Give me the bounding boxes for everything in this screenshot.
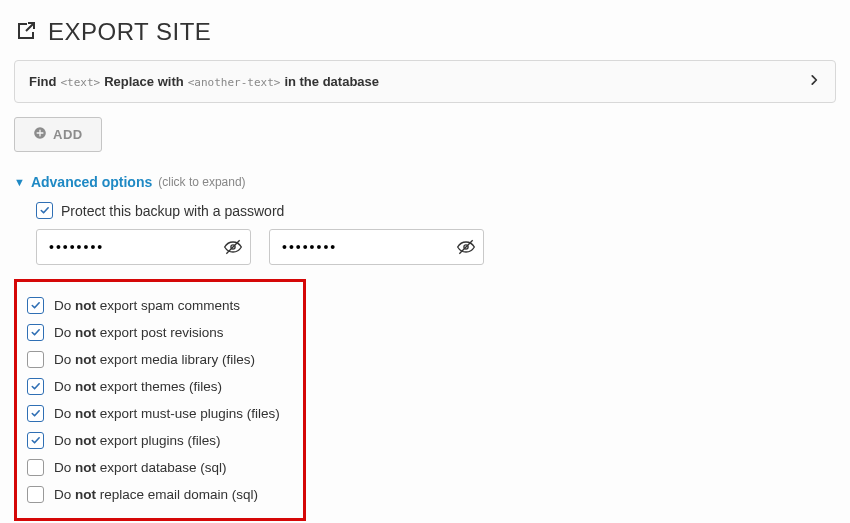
password-input-1[interactable] (36, 229, 251, 265)
export-option-row: Do not export must-use plugins (files) (27, 400, 289, 427)
export-option-checkbox[interactable] (27, 459, 44, 476)
export-option-label: Do not export media library (files) (54, 352, 255, 367)
advanced-options-toggle[interactable]: ▼ Advanced options (click to expand) (14, 174, 836, 190)
export-option-label: Do not export must-use plugins (files) (54, 406, 280, 421)
advanced-options-hint: (click to expand) (158, 175, 245, 189)
export-options-list: Do not export spam commentsDo not export… (14, 279, 306, 521)
find-replace-label: Find <text> Replace with <another-text> … (29, 74, 379, 89)
export-option-checkbox[interactable] (27, 351, 44, 368)
find-tag: <text> (60, 76, 100, 89)
export-option-label: Do not export plugins (files) (54, 433, 221, 448)
caret-down-icon: ▼ (14, 176, 25, 188)
password-field-1 (36, 229, 251, 265)
export-option-checkbox[interactable] (27, 297, 44, 314)
export-option-checkbox[interactable] (27, 405, 44, 422)
export-option-row: Do not export themes (files) (27, 373, 289, 400)
export-option-row: Do not export plugins (files) (27, 427, 289, 454)
find-word: Find (29, 74, 56, 89)
password-row (36, 229, 836, 265)
export-option-checkbox[interactable] (27, 432, 44, 449)
page-title-text: EXPORT SITE (48, 18, 211, 46)
eye-off-icon[interactable] (223, 237, 243, 257)
advanced-options-title: Advanced options (31, 174, 152, 190)
export-option-checkbox[interactable] (27, 486, 44, 503)
export-option-row: Do not export database (sql) (27, 454, 289, 481)
export-option-row: Do not export spam comments (27, 292, 289, 319)
find-replace-suffix: in the database (284, 74, 379, 89)
add-button[interactable]: ADD (14, 117, 102, 152)
add-button-label: ADD (53, 127, 83, 142)
export-option-label: Do not replace email domain (sql) (54, 487, 258, 502)
plus-circle-icon (33, 126, 47, 143)
password-input-2[interactable] (269, 229, 484, 265)
replace-word: Replace with (104, 74, 183, 89)
password-field-2 (269, 229, 484, 265)
export-option-row: Do not replace email domain (sql) (27, 481, 289, 508)
export-option-row: Do not export media library (files) (27, 346, 289, 373)
replace-tag: <another-text> (188, 76, 281, 89)
protect-backup-row: Protect this backup with a password (36, 202, 836, 219)
export-option-label: Do not export post revisions (54, 325, 224, 340)
protect-backup-label: Protect this backup with a password (61, 203, 284, 219)
export-option-row: Do not export post revisions (27, 319, 289, 346)
export-option-checkbox[interactable] (27, 324, 44, 341)
export-icon (14, 19, 38, 46)
export-option-checkbox[interactable] (27, 378, 44, 395)
export-option-label: Do not export database (sql) (54, 460, 227, 475)
page-title: EXPORT SITE (14, 18, 836, 46)
chevron-right-icon (807, 73, 821, 90)
export-option-label: Do not export themes (files) (54, 379, 222, 394)
export-option-label: Do not export spam comments (54, 298, 240, 313)
eye-off-icon[interactable] (456, 237, 476, 257)
protect-backup-checkbox[interactable] (36, 202, 53, 219)
find-replace-expander[interactable]: Find <text> Replace with <another-text> … (14, 60, 836, 103)
